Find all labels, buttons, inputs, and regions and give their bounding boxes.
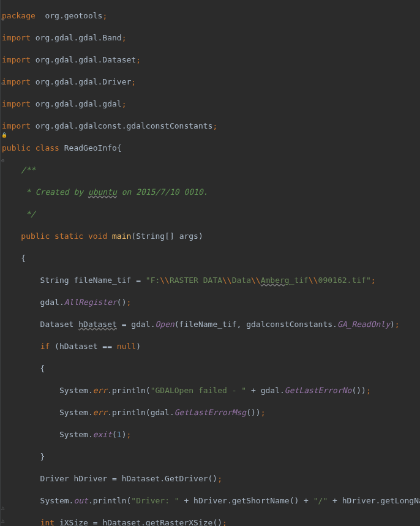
- lock-icon: 🔒: [1, 129, 7, 141]
- fold-icon[interactable]: ⊖: [1, 154, 4, 167]
- end-fold-icon[interactable]: △: [1, 514, 4, 526]
- end-fold-icon[interactable]: △: [1, 502, 4, 514]
- code-editor[interactable]: package org.geotools; import org.gdal.gd…: [1, 0, 420, 526]
- editor-gutter: ⊖ ⊖ 🔒 ⊖ △ △: [0, 0, 1, 526]
- code-line: package org.geotools;: [2, 9, 420, 22]
- fold-icon[interactable]: ⊖: [1, 77, 4, 90]
- fold-icon[interactable]: ⊖: [1, 13, 4, 26]
